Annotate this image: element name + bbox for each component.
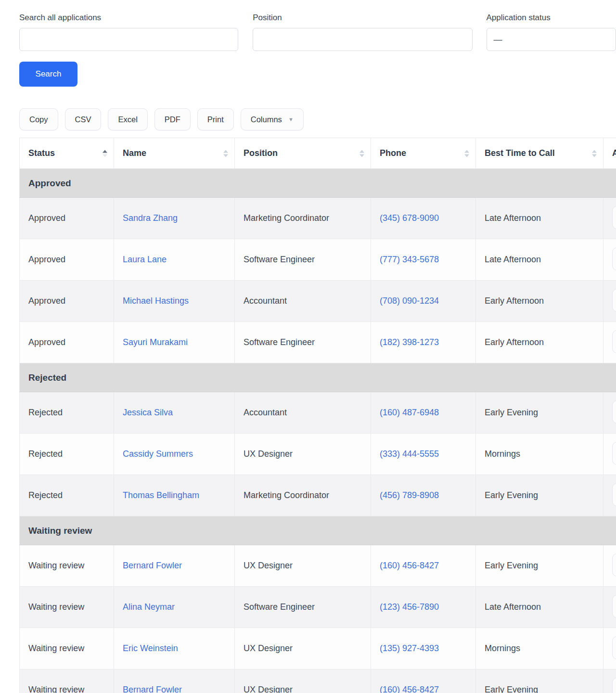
name-cell: Bernard Fowler [114,545,235,587]
phone-link[interactable]: (182) 398-1273 [380,337,439,347]
name-cell: Bernard Fowler [114,669,235,693]
print-button[interactable]: Print [197,108,234,130]
best-time-cell: Early Evening [476,669,603,693]
applicant-name-link[interactable]: Sandra Zhang [123,213,178,223]
best-time-cell: Early Evening [476,392,603,434]
applicant-name-link[interactable]: Alina Neymar [123,602,175,612]
row-action-button[interactable] [612,400,616,424]
position-cell: UX Designer [235,669,371,693]
position-cell: Software Engineer [235,322,371,363]
group-header-label: Approved [20,169,616,198]
phone-link[interactable]: (160) 456-8427 [380,561,439,570]
phone-link[interactable]: (160) 456-8427 [380,685,439,693]
copy-button[interactable]: Copy [19,108,58,130]
columns-button[interactable]: Columns ▼ [241,108,304,130]
actions-cell [603,239,616,281]
actions-cell [603,434,616,475]
phone-cell: (777) 343-5678 [371,239,476,281]
row-action-button[interactable] [612,247,616,270]
applicant-name-link[interactable]: Jessica Silva [123,408,173,417]
position-cell: UX Designer [235,434,371,475]
position-cell: Marketing Coordinator [235,198,371,239]
status-cell: Rejected [20,475,114,516]
applicant-name-link[interactable]: Bernard Fowler [123,685,182,693]
phone-cell: (135) 927-4393 [371,628,476,669]
row-action-button[interactable] [612,553,616,577]
name-cell: Alina Neymar [114,587,235,628]
status-cell: Waiting review [20,545,114,587]
applicant-name-link[interactable]: Bernard Fowler [123,561,182,570]
column-header-status[interactable]: Status [20,138,114,169]
name-cell: Laura Lane [114,239,235,281]
column-header-position[interactable]: Position [235,138,371,169]
sort-icon [359,150,364,157]
applicant-name-link[interactable]: Cassidy Summers [123,449,193,459]
applications-page: Search all applications Position Applica… [0,0,616,693]
row-action-button[interactable] [612,595,616,618]
actions-cell [603,545,616,587]
phone-link[interactable]: (123) 456-7890 [380,602,439,612]
phone-link[interactable]: (333) 444-5555 [380,449,439,459]
phone-link[interactable]: (708) 090-1234 [380,296,439,306]
status-cell: Rejected [20,392,114,434]
applications-table-wrap: StatusNamePositionPhoneBest Time to Call… [19,138,616,693]
best-time-cell: Late Afternoon [476,587,603,628]
name-cell: Jessica Silva [114,392,235,434]
best-time-cell: Early Evening [476,545,603,587]
position-cell: Marketing Coordinator [235,475,371,516]
sort-icon [464,150,469,157]
best-time-cell: Late Afternoon [476,198,603,239]
column-header-actions[interactable]: Actions [603,138,616,169]
status-cell: Approved [20,198,114,239]
phone-link[interactable]: (135) 927-4393 [380,643,439,653]
application-status-label: Application status [487,13,616,23]
phone-link[interactable]: (345) 678-9090 [380,213,439,223]
group-header-row: Rejected [20,363,616,392]
row-action-button[interactable] [612,330,616,353]
column-header-label: Phone [380,148,406,158]
group-header-label: Rejected [20,363,616,392]
table-row: ApprovedLaura LaneSoftware Engineer(777)… [20,239,616,281]
row-action-button[interactable] [612,483,616,506]
applicant-name-link[interactable]: Michael Hastings [123,296,189,306]
row-action-button[interactable] [612,289,616,312]
columns-button-label: Columns [251,115,282,124]
group-header-row: Waiting review [20,516,616,545]
column-header-best-time-to-call[interactable]: Best Time to Call [476,138,603,169]
search-button[interactable]: Search [19,62,77,87]
actions-cell [603,281,616,322]
applicant-name-link[interactable]: Sayuri Murakami [123,337,188,347]
best-time-cell: Mornings [476,628,603,669]
position-cell: UX Designer [235,545,371,587]
phone-link[interactable]: (777) 343-5678 [380,255,439,264]
phone-cell: (345) 678-9090 [371,198,476,239]
search-input[interactable] [19,28,238,51]
application-status-select[interactable]: — [487,28,616,51]
csv-button[interactable]: CSV [65,108,102,130]
phone-cell: (708) 090-1234 [371,281,476,322]
row-action-button[interactable] [612,678,616,693]
applicant-name-link[interactable]: Eric Weinstein [123,643,178,653]
applicant-name-link[interactable]: Thomas Bellingham [123,490,199,500]
name-cell: Sandra Zhang [114,198,235,239]
name-cell: Cassidy Summers [114,434,235,475]
phone-link[interactable]: (456) 789-8908 [380,490,439,500]
row-action-button[interactable] [612,636,616,659]
applicant-name-link[interactable]: Laura Lane [123,255,167,264]
name-cell: Sayuri Murakami [114,322,235,363]
position-field-group: Position [253,13,472,51]
pdf-button[interactable]: PDF [154,108,191,130]
column-header-name[interactable]: Name [114,138,235,169]
column-header-phone[interactable]: Phone [371,138,476,169]
name-cell: Michael Hastings [114,281,235,322]
row-action-button[interactable] [612,206,616,229]
phone-link[interactable]: (160) 487-6948 [380,408,439,417]
export-toolbar: Copy CSV Excel PDF Print Columns ▼ [19,108,616,130]
position-input[interactable] [253,28,472,51]
row-action-button[interactable] [612,442,616,465]
phone-cell: (160) 456-8427 [371,545,476,587]
sort-icon [223,150,228,157]
filters-bar: Search all applications Position Applica… [19,13,616,51]
excel-button[interactable]: Excel [108,108,147,130]
status-cell: Waiting review [20,669,114,693]
